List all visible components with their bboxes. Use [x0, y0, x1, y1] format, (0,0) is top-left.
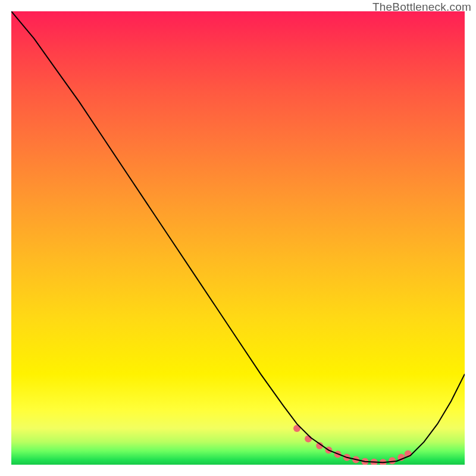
- chart-curve: [11, 11, 465, 462]
- chart-marker: [305, 436, 312, 443]
- chart-marker: [389, 457, 396, 464]
- watermark-label: TheBottleneck.com: [372, 1, 471, 14]
- chart-container: TheBottleneck.com: [0, 0, 476, 476]
- chart-plot: [11, 11, 465, 465]
